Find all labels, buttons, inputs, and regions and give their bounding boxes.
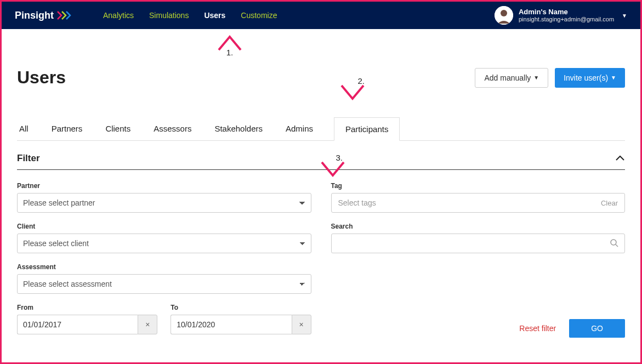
filter-col-right: Tag Select tags Clear Search Reset filte… [331,182,626,338]
logo-chevrons-icon [57,11,76,20]
to-label: To [171,304,311,311]
nav-links: Analytics Simulations Users Customize [103,11,277,20]
search-icon [610,238,618,249]
nav-analytics[interactable]: Analytics [103,11,134,20]
tag-placeholder: Select tags [338,198,376,207]
logo-text: Pinsight [15,10,54,21]
page-content: Users Add manually ▼ Invite user(s) ▼ Al… [2,67,640,353]
page-actions: Add manually ▼ Invite user(s) ▼ [475,68,625,88]
from-clear-button[interactable]: × [138,315,157,334]
invite-users-button[interactable]: Invite user(s) ▼ [555,68,625,88]
tab-clients[interactable]: Clients [103,117,133,140]
to-clear-button[interactable]: × [292,315,311,334]
invite-users-label: Invite user(s) [564,73,608,82]
caret-down-icon: ▼ [611,75,616,81]
annotation-1: 1. [217,33,243,57]
user-email: pinsight.staging+admin@gmail.com [519,16,614,23]
client-label: Client [17,223,311,230]
caret-down-icon: ▼ [533,75,539,81]
filter-body: Partner Please select partner Client Ple… [17,182,625,338]
tab-stakeholders[interactable]: Stakeholders [212,117,265,140]
top-navbar: Pinsight Analytics Simulations Users Cus… [2,2,640,29]
svg-point-1 [501,10,507,16]
user-tabs: All Partners Clients Assessors Stakehold… [17,117,625,141]
to-date-input[interactable] [171,315,291,334]
go-button[interactable]: GO [569,319,625,338]
tag-clear-button[interactable]: Clear [601,199,618,207]
client-select[interactable]: Please select client [17,234,311,253]
from-label: From [17,304,157,311]
avatar[interactable] [495,6,513,25]
assessment-select[interactable]: Please select assessment [17,274,311,294]
tab-all[interactable]: All [17,117,31,140]
tag-input[interactable]: Select tags Clear [331,193,626,213]
user-info: Admin's Name pinsight.staging+admin@gmai… [519,8,614,24]
from-date-input[interactable] [17,315,138,334]
user-name: Admin's Name [519,8,614,16]
add-manually-label: Add manually [484,73,531,82]
tab-admins[interactable]: Admins [283,117,315,140]
user-menu-caret-icon[interactable]: ▼ [622,13,627,19]
svg-point-2 [611,240,616,245]
filter-toggle-header[interactable]: Filter [17,153,625,170]
filter-title: Filter [17,153,40,164]
page-title: Users [17,67,66,88]
filter-col-left: Partner Please select partner Client Ple… [17,182,311,338]
close-icon: × [145,320,150,329]
add-manually-button[interactable]: Add manually ▼ [475,68,548,88]
logo[interactable]: Pinsight [15,10,76,21]
nav-users[interactable]: Users [204,11,225,20]
navbar-right: Admin's Name pinsight.staging+admin@gmai… [495,6,627,25]
tag-label: Tag [331,182,626,190]
tab-assessors[interactable]: Assessors [151,117,194,140]
tab-participants[interactable]: Participants [334,117,400,141]
search-label: Search [331,223,626,230]
tab-partners[interactable]: Partners [49,117,85,140]
close-icon: × [299,320,303,329]
partner-label: Partner [17,182,311,190]
nav-customize[interactable]: Customize [241,11,277,20]
page-header: Users Add manually ▼ Invite user(s) ▼ [17,67,625,88]
avatar-icon [495,6,513,25]
nav-simulations[interactable]: Simulations [149,11,189,20]
partner-select[interactable]: Please select partner [17,193,311,213]
reset-filter-button[interactable]: Reset filter [512,319,564,338]
search-input[interactable] [331,234,626,253]
filter-collapse-icon [615,153,625,163]
assessment-label: Assessment [17,263,311,271]
svg-line-3 [616,244,618,247]
